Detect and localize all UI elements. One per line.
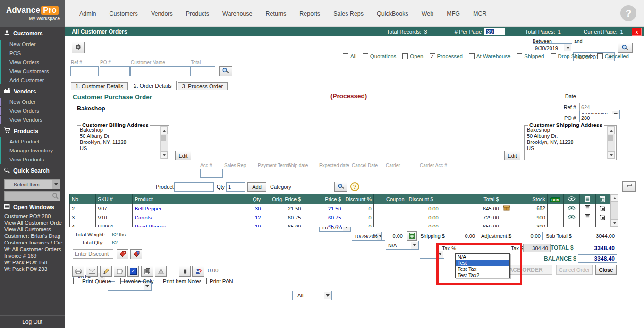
checkbox-shipped[interactable] [517, 53, 522, 59]
scroll-down-icon[interactable] [161, 151, 168, 159]
search-icon[interactable] [52, 193, 59, 200]
delete-item-button[interactable] [595, 204, 610, 213]
nav-products[interactable]: Products [186, 10, 209, 17]
checkbox-quotations[interactable] [363, 53, 368, 59]
status-drop-shipped-link[interactable]: Drop Shipped [558, 53, 591, 59]
open-window-item[interactable]: Invoice # 169 [0, 252, 65, 259]
product-link[interactable]: Bell Pepper [135, 206, 161, 211]
per-page-input[interactable]: 39 [484, 28, 505, 35]
scroll-up-icon[interactable] [608, 127, 615, 134]
nav-quickbooks[interactable]: QuickBooks [377, 10, 408, 17]
cancel-date-select[interactable]: 10/29/2020 [352, 232, 385, 241]
nav-mfg[interactable]: MFG [447, 10, 460, 17]
shipping-edit-button[interactable]: Edit [504, 151, 520, 160]
delete-item-button[interactable] [595, 222, 610, 227]
add-item-button[interactable]: Add [247, 182, 266, 192]
open-window-item[interactable]: View All Customer Orde [0, 219, 65, 226]
signature-button[interactable] [100, 266, 112, 277]
delete-item-button[interactable] [595, 213, 610, 222]
logout-button[interactable]: Log Out [0, 315, 65, 328]
print-pan-checkbox[interactable] [201, 278, 207, 284]
checkbox-drop-shipped[interactable] [551, 53, 556, 59]
scroll-down-icon[interactable] [608, 151, 615, 159]
tab-process-order[interactable]: 3. Process Order [178, 82, 228, 90]
customer-name-filter-input[interactable] [130, 66, 191, 76]
remove-discount-button[interactable] [130, 249, 142, 259]
sidebar-item-view-vendors[interactable]: View Vendors [0, 116, 65, 124]
print-queue-checkbox[interactable] [73, 278, 79, 284]
sidebar-item-customers-new-order[interactable]: New Order [0, 40, 65, 49]
item-search-button[interactable] [334, 182, 347, 192]
po-filter-input[interactable] [100, 66, 130, 76]
items-table-scrollbar[interactable] [610, 194, 618, 227]
stamp-button[interactable] [155, 266, 167, 277]
nav-web[interactable]: Web [422, 10, 433, 17]
item-notes-button[interactable] [579, 222, 595, 227]
open-window-item[interactable]: W: Pack PO# 233 [0, 266, 65, 272]
apply-discount-button[interactable] [117, 249, 128, 259]
view-item-button[interactable] [563, 204, 579, 213]
date-from-select[interactable]: 9/30/2019 [533, 43, 572, 52]
cancel-order-button[interactable]: Cancel Order [556, 265, 593, 275]
status-at-warehouse-link[interactable]: At Warehouse [476, 53, 510, 59]
tab-customer-details[interactable]: 1. Customer Details [71, 82, 128, 90]
tax-option[interactable]: N/A [456, 254, 509, 260]
tab-order-details[interactable]: 2. Order Details [129, 81, 177, 90]
nav-reports[interactable]: Reports [299, 10, 320, 17]
nav-returns[interactable]: Returns [266, 10, 287, 17]
quick-search-input[interactable] [4, 191, 60, 201]
ref-input[interactable]: 624 [579, 103, 619, 111]
print-preview-button[interactable] [114, 266, 126, 277]
nav-customers[interactable]: Customers [109, 10, 137, 17]
attach-button[interactable] [179, 266, 191, 277]
payment-button[interactable] [192, 266, 204, 277]
tax-option[interactable]: Test Tax [456, 266, 509, 272]
billing-address-scrollbar[interactable] [160, 126, 168, 159]
product-entry-input[interactable] [174, 182, 214, 192]
sidebar-item-manage-inventory[interactable]: Manage Inventory [0, 146, 65, 155]
copy-button[interactable] [141, 266, 153, 277]
quick-search-select[interactable]: ----Select Item---- [4, 179, 60, 189]
billing-edit-button[interactable]: Edit [175, 151, 191, 160]
nav-admin[interactable]: Admin [79, 10, 96, 17]
shipping-input[interactable]: 0.00 [449, 232, 477, 240]
checkbox-cancelled[interactable] [597, 53, 603, 59]
open-window-item[interactable]: W: All Customer Orders [0, 246, 65, 252]
open-window-item[interactable]: Customer: Brian's Drag [0, 233, 65, 239]
select-all-button[interactable]: ✓ [127, 266, 139, 277]
status-all-link[interactable]: All [350, 53, 356, 59]
checkbox-open[interactable] [402, 53, 408, 59]
nav-mcr[interactable]: MCR [473, 10, 486, 17]
chevron-down-icon[interactable] [52, 180, 60, 189]
sidebar-item-add-product[interactable]: Add Product [0, 137, 65, 146]
sidebar-item-view-orders[interactable]: View Orders [0, 58, 65, 67]
open-window-item[interactable]: View All Customers [0, 226, 65, 233]
carrier-acc-select[interactable] [420, 250, 444, 259]
calculate-button[interactable] [407, 231, 417, 241]
filter-search-button[interactable] [219, 66, 232, 76]
scroll-up-icon[interactable] [161, 127, 168, 134]
product-link[interactable]: Head Phones [135, 224, 166, 227]
tax-option-selected[interactable]: Test [456, 260, 509, 266]
status-shipped-link[interactable]: Shipped [524, 53, 544, 59]
tax-option[interactable]: Test Tax2 [456, 272, 509, 278]
scroll-down-icon[interactable] [611, 219, 618, 227]
acc-input[interactable] [200, 169, 223, 178]
help-icon[interactable]: ? [620, 5, 636, 21]
checkbox-all[interactable] [343, 53, 348, 59]
po-input[interactable]: 280 [579, 114, 619, 122]
close-button[interactable]: Close [595, 265, 617, 275]
invoice-only-checkbox[interactable] [115, 278, 121, 284]
checkbox-processed[interactable] [430, 53, 435, 59]
view-item-button[interactable] [563, 222, 579, 227]
nav-vendors[interactable]: Vendors [151, 10, 173, 17]
settings-button[interactable] [72, 42, 85, 53]
ref-filter-input[interactable] [70, 66, 99, 76]
checkbox-at-warehouse[interactable] [469, 53, 475, 59]
print-item-notes-checkbox[interactable] [154, 278, 160, 284]
view-item-button[interactable] [563, 213, 579, 222]
sidebar-item-view-products[interactable]: View Products [0, 155, 65, 164]
adjustment-input[interactable]: 0.00 [514, 232, 543, 240]
close-window-button[interactable]: x [632, 28, 642, 36]
item-notes-button[interactable] [579, 213, 595, 222]
